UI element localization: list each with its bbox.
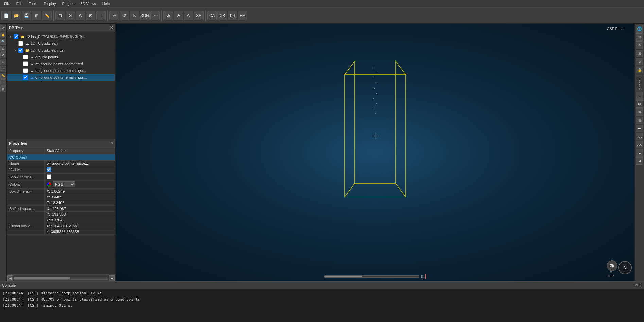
tree-item-root[interactable]: ▼📁12.las (E:/PCL编程/点云数据/前鸿... <box>7 33 115 40</box>
prop-value-showname[interactable] <box>45 174 115 181</box>
svg-marker-3 <box>345 61 406 75</box>
prop-name-globalbox: Global box c... <box>7 223 45 229</box>
db-tree-close[interactable]: ✕ <box>110 25 113 30</box>
right-tool-grid[interactable]: ⊞ <box>636 117 643 124</box>
right-tool-layers[interactable]: ⊟ <box>636 33 643 41</box>
toolbar-btn-translate[interactable]: ⇔ <box>109 11 119 20</box>
right-tool-seg[interactable]: SEG <box>636 141 643 148</box>
toolbar-btn-new[interactable]: 📄 <box>1 11 11 20</box>
toolbar-btn-sor[interactable]: SOR <box>140 11 150 20</box>
toolbar-btn-segment[interactable]: ✂ <box>150 11 160 20</box>
toolbar-btn-split[interactable]: ⊘ <box>184 11 193 20</box>
viewport-3d[interactable]: CSF Filter <box>116 24 634 281</box>
compass-n: N <box>623 265 627 270</box>
tree-icon-off-ground-segmented: ☁ <box>29 61 35 67</box>
left-tool-cursor[interactable]: ⊙ <box>0 25 6 31</box>
tree-item-off-ground-remaining-s[interactable]: ☁off-ground points.remaining.s... <box>7 74 115 81</box>
menu-item-edit[interactable]: Edit <box>14 1 25 6</box>
tree-item-off-ground-remaining-r[interactable]: ☁off-ground points.remaining.r... <box>7 67 115 74</box>
console-float[interactable]: ⧉ <box>635 283 638 287</box>
visible-checkbox[interactable] <box>47 167 51 172</box>
toolbar-btn-select[interactable]: ⊡ <box>55 11 65 20</box>
prop-name-name: Name <box>7 161 45 166</box>
menu-item-help[interactable]: Help <box>100 1 113 6</box>
properties-header: Properties ✕ <box>7 139 115 147</box>
toolbar-btn-extract[interactable]: ⊕ <box>163 11 173 20</box>
toolbar-btn-edit[interactable]: ✏️ <box>42 11 52 20</box>
toolbar-btn-fm[interactable]: FM <box>238 11 247 20</box>
right-tool-lock[interactable]: 🔒 <box>636 66 643 73</box>
right-tool-compass[interactable]: ⊙ <box>636 58 643 65</box>
tree-item-cloud-clean[interactable]: ☁12 - Cloud.clean <box>7 40 115 47</box>
tree-item-ground-points[interactable]: ☁ground points <box>7 54 115 60</box>
colors-select[interactable]: RGB Height Intensity <box>53 181 75 187</box>
db-tree-panel: DB Tree ✕ ▼📁12.las (E:/PCL编程/点云数据/前鸿...☁… <box>7 24 115 139</box>
menu-item-plugins[interactable]: Plugins <box>59 1 77 6</box>
right-tool-pts[interactable]: ••• <box>636 125 643 132</box>
left-tool-select[interactable]: ⊡ <box>0 46 6 52</box>
left-tool-hand[interactable]: ✋ <box>0 32 6 38</box>
db-tree-content[interactable]: ▼📁12.las (E:/PCL编程/点云数据/前鸿...☁12 - Cloud… <box>7 32 115 139</box>
toolbar-btn-open[interactable]: 📂 <box>12 11 21 20</box>
prop-name-boxdim: Box dimensi... <box>7 189 45 194</box>
toolbar-btn-scale[interactable]: ⇱ <box>130 11 139 20</box>
scroll-left[interactable]: ◀ <box>7 275 13 281</box>
toolbar-btn-sf[interactable]: SF <box>194 11 204 20</box>
toolbar-btn-save[interactable]: 💾 <box>22 11 31 20</box>
toolbar-btn-properties[interactable]: ⊞ <box>32 11 41 20</box>
svg-point-11 <box>376 93 377 94</box>
tree-checkbox-off-ground-remaining-r[interactable] <box>23 68 28 73</box>
left-tool-zoom[interactable]: 🔍 <box>0 39 6 45</box>
right-tool-transform[interactable]: ⊞ <box>636 50 643 57</box>
menu-item-3d views[interactable]: 3D Views <box>78 1 99 6</box>
tree-checkbox-off-ground-remaining-s[interactable] <box>23 75 28 80</box>
3d-box <box>341 54 409 207</box>
console-content[interactable]: [21:08:44] [CSF] Distance computation: 1… <box>0 289 644 322</box>
menu-item-tools[interactable]: Tools <box>26 1 40 6</box>
toolbar-btn-delete[interactable]: ✕ <box>66 11 75 20</box>
tree-checkbox-cloud-clean-csf[interactable] <box>18 48 23 53</box>
right-tool-globe[interactable]: 🌐 <box>636 25 643 33</box>
toolbar-btn-filter[interactable]: ⊙ <box>76 11 85 20</box>
console-close[interactable]: ✕ <box>639 283 642 287</box>
left-tool-pick2[interactable]: ↑ <box>0 79 6 86</box>
progress-red-marker <box>425 274 426 279</box>
toolbar-btn-canopy-create[interactable]: CA <box>207 11 217 20</box>
right-tool-hist[interactable]: ▦ <box>636 108 643 116</box>
menu-item-file[interactable]: File <box>1 1 13 6</box>
toolbar-btn-rotate[interactable]: ↺ <box>120 11 129 20</box>
toolbar-btn-merge[interactable]: ⊗ <box>174 11 183 20</box>
tree-item-cloud-clean-csf[interactable]: ▼📁12 - Cloud.clean_csf <box>7 47 115 54</box>
properties-close[interactable]: ✕ <box>110 141 113 145</box>
showname-checkbox[interactable] <box>47 174 51 179</box>
prop-section-label: CC Object <box>7 154 115 161</box>
left-tools-panel: ⊙ ✋ 🔍 ⊡ ↺ ⇔ ⇱ 📏 ↑ ⊟ <box>0 24 7 281</box>
right-tool-cloud[interactable]: ☁ <box>636 149 643 157</box>
prop-value-colors[interactable]: RGB Height Intensity <box>45 181 115 189</box>
tree-checkbox-ground-points[interactable] <box>23 55 28 59</box>
menu-item-display[interactable]: Display <box>41 1 58 6</box>
right-tool-camera[interactable]: 🎬 <box>636 41 643 49</box>
tree-text-cloud-clean-csf: 12 - Cloud.clean_csf <box>31 48 65 52</box>
tree-checkbox-cloud-clean[interactable] <box>18 41 23 46</box>
left-tool-move[interactable]: ⇔ <box>0 59 6 65</box>
scroll-right[interactable]: ▶ <box>109 275 115 281</box>
right-tool-rgb[interactable]: RGB <box>636 133 643 140</box>
left-tool-layers2[interactable]: ⊟ <box>0 86 6 92</box>
toolbar-btn-canopy-classify[interactable]: CB <box>217 11 227 20</box>
left-tool-rotate[interactable]: ↺ <box>0 52 6 58</box>
left-tool-scale2[interactable]: ⇱ <box>0 66 6 72</box>
right-tool-arrow[interactable]: → <box>636 92 643 100</box>
toolbar-btn-sample[interactable]: ⊠ <box>86 11 95 20</box>
toolbar-btn-pick[interactable]: ↑ <box>96 11 106 20</box>
properties-scrollbar[interactable]: ◀ ▶ <box>7 274 115 281</box>
toolbar-btn-kd[interactable]: Kd <box>228 11 237 20</box>
tree-checkbox-off-ground-segmented[interactable] <box>23 61 28 66</box>
tree-checkbox-root[interactable] <box>14 34 18 39</box>
left-tool-measure[interactable]: 📏 <box>0 73 6 79</box>
prop-value-visible[interactable] <box>45 166 115 174</box>
right-tool-north[interactable]: N <box>636 100 643 108</box>
right-tool-back[interactable]: ◀ <box>636 157 643 165</box>
tree-item-off-ground-segmented[interactable]: ☁off-ground points.segmented <box>7 60 115 67</box>
tree-text-root: 12.las (E:/PCL编程/点云数据/前鸿... <box>26 34 85 39</box>
